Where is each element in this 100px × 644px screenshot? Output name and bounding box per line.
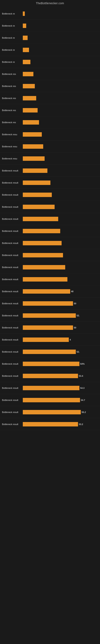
bar-wrapper [23, 132, 98, 137]
bar-label: Bottleneck result [2, 278, 22, 280]
bar-wrapper [23, 277, 98, 282]
bar-row: Bottleneck result50 [0, 322, 100, 334]
bar-row: Bottleneck result [0, 177, 100, 189]
bar-wrapper [23, 253, 98, 258]
bar-row: Bottleneck re [0, 44, 100, 56]
bar-wrapper: 54% [23, 362, 98, 366]
bar-row: Bottleneck result [0, 201, 100, 213]
bar-row: Bottleneck res [0, 104, 100, 116]
bar [23, 132, 42, 137]
bar-row: Bottleneck result54% [0, 358, 100, 370]
bar [23, 422, 78, 426]
bar-row: Bottleneck result48 [0, 285, 100, 298]
bar-row: Bottleneck result [0, 273, 100, 285]
bar [23, 36, 28, 40]
bar [23, 72, 33, 76]
bar-label: Bottleneck result [2, 206, 22, 208]
bar [23, 289, 70, 294]
bar-label: Bottleneck result [2, 242, 22, 244]
bar [23, 241, 62, 245]
bar-wrapper [23, 48, 98, 52]
bar-value: 54% [80, 363, 85, 365]
bar-wrapper [23, 192, 98, 197]
bar-value: 55.2 [82, 411, 86, 413]
bar [23, 410, 81, 414]
bar [23, 60, 30, 64]
bar-row: Bottleneck res [0, 116, 100, 128]
bar-row: Bottleneck result [0, 249, 100, 261]
bar-row: Bottleneck result [0, 164, 100, 177]
bar-wrapper [23, 265, 98, 270]
bar-wrapper [23, 72, 98, 76]
bar-label: Bottleneck result [2, 290, 22, 292]
bar-row: Bottleneck resu [0, 128, 100, 140]
bar [23, 144, 43, 149]
bar [23, 192, 52, 197]
bar-wrapper: 48 [23, 289, 98, 294]
bar [23, 12, 25, 16]
bar-row: Bottleneck result52. [0, 346, 100, 358]
bar-label: Bottleneck res [2, 97, 22, 100]
bar [23, 374, 78, 378]
bar-label: Bottleneck result [2, 218, 22, 220]
bar-wrapper [23, 205, 98, 209]
bar [23, 265, 65, 270]
bar-row: Bottleneck result [0, 213, 100, 225]
bar-row: Bottleneck re [0, 20, 100, 32]
site-title: TheBottlenecker.com [0, 0, 100, 6]
bar-row: Bottleneck re [0, 8, 100, 20]
bar [23, 301, 73, 306]
bar-label: Bottleneck result [2, 302, 22, 305]
bar-wrapper [23, 12, 98, 16]
bar-row: Bottleneck result [0, 261, 100, 273]
bar-wrapper: 4 [23, 338, 98, 342]
bar [23, 350, 76, 354]
bar-row: Bottleneck re [0, 32, 100, 44]
bar-wrapper [23, 168, 98, 173]
bar [23, 180, 50, 185]
bar-row: Bottleneck result50 [0, 298, 100, 310]
bar-wrapper [23, 156, 98, 161]
bar-label: Bottleneck res [2, 73, 22, 75]
bar-row: Bottleneck result53.4 [0, 370, 100, 382]
bar-value: 52. [77, 314, 80, 317]
bar-value: 50 [74, 326, 76, 329]
bar-wrapper [23, 60, 98, 64]
bar-row: Bottleneck result [0, 225, 100, 237]
bar-label: Bottleneck result [2, 194, 22, 196]
bar [23, 205, 54, 209]
bar-row: Bottleneck result [0, 189, 100, 201]
bar-label: Bottleneck re [2, 12, 22, 15]
bar [23, 277, 67, 282]
bar-row: Bottleneck res [0, 80, 100, 92]
bar-wrapper [23, 180, 98, 185]
bar-label: Bottleneck re [2, 49, 22, 51]
bar-label: Bottleneck result [2, 254, 22, 256]
bar-wrapper [23, 36, 98, 40]
bar [23, 84, 35, 88]
bar-wrapper: 52. [23, 350, 98, 354]
bar-label: Bottleneck result [2, 423, 22, 426]
bar-label: Bottleneck res [2, 121, 22, 124]
bar-wrapper: 50 [23, 301, 98, 306]
bar-wrapper: 53.4 [23, 374, 98, 378]
bar-row: Bottleneck result54.7 [0, 394, 100, 406]
bar-label: Bottleneck resu [2, 133, 22, 136]
bar-wrapper [23, 217, 98, 221]
bar [23, 253, 63, 258]
bar-row: Bottleneck result53.2 [0, 418, 100, 430]
bar [23, 168, 48, 173]
bar [23, 229, 60, 233]
bar-row: Bottleneck result4 [0, 334, 100, 346]
bar-label: Bottleneck resu [2, 158, 22, 160]
bar-label: Bottleneck result [2, 387, 22, 389]
bar-label: Bottleneck result [2, 266, 22, 268]
bar-wrapper [23, 24, 98, 28]
bar-label: Bottleneck result [2, 182, 22, 184]
bar [23, 96, 36, 100]
bar-row: Bottleneck res [0, 68, 100, 80]
bar-label: Bottleneck re [2, 24, 22, 27]
bar [23, 217, 58, 221]
bar-label: Bottleneck result [2, 326, 22, 329]
bar-row: Bottleneck result55.2 [0, 406, 100, 418]
